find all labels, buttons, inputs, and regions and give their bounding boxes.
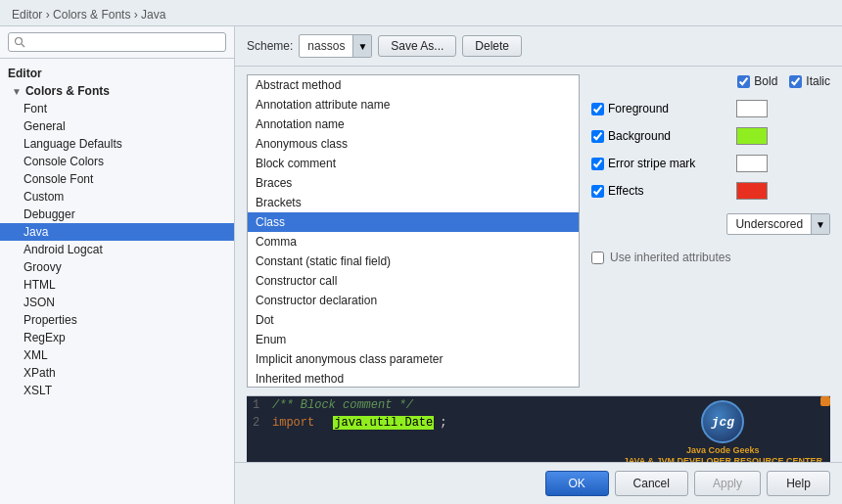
scheme-dropdown-btn[interactable]: ▼ (352, 35, 371, 57)
effects-style-value: Underscored (727, 217, 811, 231)
preview-comment: /** Block comment */ (272, 398, 413, 412)
sidebar-item-android-logcat[interactable]: Android Logcat (0, 241, 234, 258)
scheme-select[interactable]: nassos ▼ (299, 34, 372, 58)
italic-checkbox[interactable] (789, 75, 802, 88)
foreground-row: Foreground (591, 100, 830, 117)
search-input[interactable] (8, 32, 226, 52)
sidebar-item-java[interactable]: Java (0, 223, 234, 241)
italic-text: Italic (806, 74, 830, 88)
list-item[interactable]: Constant (static final field) (248, 252, 579, 271)
breadcrumb: Editor › Colors & Fonts › Java (0, 0, 842, 26)
bold-checkbox[interactable] (737, 75, 750, 88)
background-color-box[interactable] (736, 127, 768, 145)
sidebar-tree: Editor ▼ Colors & Fonts Font General Lan… (0, 59, 234, 504)
effects-row: Effects (591, 182, 830, 200)
list-item[interactable]: Abstract method (248, 75, 579, 95)
tree-group-colors-fonts[interactable]: ▼ Colors & Fonts (0, 82, 234, 100)
error-stripe-color-box[interactable] (736, 155, 768, 172)
breadcrumb-current: Java (141, 8, 165, 22)
preview-keyword: import (272, 416, 314, 430)
sidebar-item-groovy[interactable]: Groovy (0, 258, 234, 276)
sidebar-item-debugger[interactable]: Debugger (0, 206, 234, 223)
foreground-color-box[interactable] (736, 100, 768, 117)
list-item[interactable]: Comma (248, 232, 579, 252)
sidebar-item-custom[interactable]: Custom (0, 188, 234, 206)
sidebar-item-regexp[interactable]: RegExp (0, 329, 234, 346)
scheme-value: nassos (300, 39, 352, 53)
tree-group-label: Colors & Fonts (25, 84, 110, 98)
sidebar-item-properties[interactable]: Properties (0, 311, 234, 329)
sidebar-item-html[interactable]: HTML (0, 276, 234, 294)
scheme-label: Scheme: (247, 39, 293, 53)
breadcrumb-section: Colors & Fonts (53, 8, 130, 22)
bold-label[interactable]: Bold (737, 74, 777, 88)
error-stripe-checkbox[interactable] (591, 158, 604, 170)
logo-circle: jcg (701, 400, 744, 443)
sidebar: Editor ▼ Colors & Fonts Font General Lan… (0, 26, 235, 504)
logo-tagline: Java Code GeeksJAVA & JVM DEVELOPER RESO… (624, 445, 822, 462)
list-item[interactable]: Implicit anonymous class parameter (248, 349, 579, 369)
background-label: Background (608, 129, 671, 143)
ok-button[interactable]: OK (545, 471, 609, 496)
cancel-button[interactable]: Cancel (615, 471, 688, 496)
sidebar-item-json[interactable]: JSON (0, 294, 234, 311)
list-item-class[interactable]: Class (248, 212, 579, 232)
preview-semicolon: ; (440, 416, 446, 430)
background-checkbox[interactable] (591, 130, 604, 143)
breadcrumb-sep2: › (134, 8, 141, 22)
preview-area: 1 /** Block comment */ 2 import java.uti… (247, 395, 830, 462)
effects-checkbox[interactable] (591, 185, 604, 198)
options-panel: Bold Italic Foreground (591, 74, 830, 388)
sidebar-item-general[interactable]: General (0, 117, 234, 135)
list-item[interactable]: Annotation name (248, 115, 579, 134)
list-item[interactable]: Block comment (248, 154, 579, 173)
breadcrumb-root: Editor (12, 8, 42, 22)
sidebar-item-console-font[interactable]: Console Font (0, 170, 234, 188)
foreground-checkbox[interactable] (591, 103, 604, 115)
sidebar-item-console-colors[interactable]: Console Colors (0, 153, 234, 170)
effects-style-dropdown[interactable]: Underscored ▼ (726, 213, 830, 235)
inherited-label: Use inherited attributes (610, 251, 730, 264)
logo-text-java: jcg (712, 415, 734, 430)
elements-list-wrap: Abstract method Annotation attribute nam… (247, 74, 580, 388)
sidebar-item-xslt[interactable]: XSLT (0, 382, 234, 399)
apply-button[interactable]: Apply (694, 471, 761, 496)
delete-button[interactable]: Delete (462, 35, 522, 57)
background-row: Background (591, 127, 830, 145)
sidebar-item-xml[interactable]: XML (0, 346, 234, 364)
list-item[interactable]: Inherited method (248, 369, 579, 388)
preview-highlight: java.util.Date (333, 416, 434, 430)
sidebar-item-xpath[interactable]: XPath (0, 364, 234, 382)
list-item[interactable]: Braces (248, 173, 579, 193)
foreground-label: Foreground (608, 102, 669, 115)
tree-root-editor: Editor (0, 63, 234, 82)
sidebar-item-font[interactable]: Font (0, 100, 234, 117)
chevron-down-icon: ▼ (12, 86, 22, 97)
breadcrumb-sep1: › (46, 8, 53, 22)
inherited-checkbox[interactable] (591, 252, 604, 264)
bottom-bar: OK Cancel Apply Help (235, 462, 842, 504)
effects-style-btn[interactable]: ▼ (811, 214, 829, 234)
sidebar-search-wrap (0, 26, 234, 59)
preview-logo: jcg Java Code GeeksJAVA & JVM DEVELOPER … (624, 400, 822, 462)
list-item[interactable]: Brackets (248, 193, 579, 212)
save-as-button[interactable]: Save As... (378, 35, 456, 57)
list-item[interactable]: Anonymous class (248, 134, 579, 154)
list-item[interactable]: Annotation attribute name (248, 95, 579, 115)
effects-label: Effects (608, 184, 643, 198)
line-number-2: 2 (253, 416, 266, 430)
scheme-bar: Scheme: nassos ▼ Save As... Delete (235, 26, 842, 67)
list-item[interactable]: Dot (248, 310, 579, 330)
list-item[interactable]: Constructor declaration (248, 291, 579, 310)
preview-space (320, 416, 327, 430)
bold-text: Bold (754, 74, 777, 88)
help-button[interactable]: Help (767, 471, 830, 496)
effects-color-box[interactable] (736, 182, 768, 200)
bold-italic-row: Bold Italic (591, 74, 830, 88)
line-number-1: 1 (253, 398, 266, 412)
italic-label[interactable]: Italic (789, 74, 830, 88)
list-item[interactable]: Enum (248, 330, 579, 349)
inherited-row: Use inherited attributes (591, 251, 830, 264)
sidebar-item-language-defaults[interactable]: Language Defaults (0, 135, 234, 153)
list-item[interactable]: Constructor call (248, 271, 579, 291)
